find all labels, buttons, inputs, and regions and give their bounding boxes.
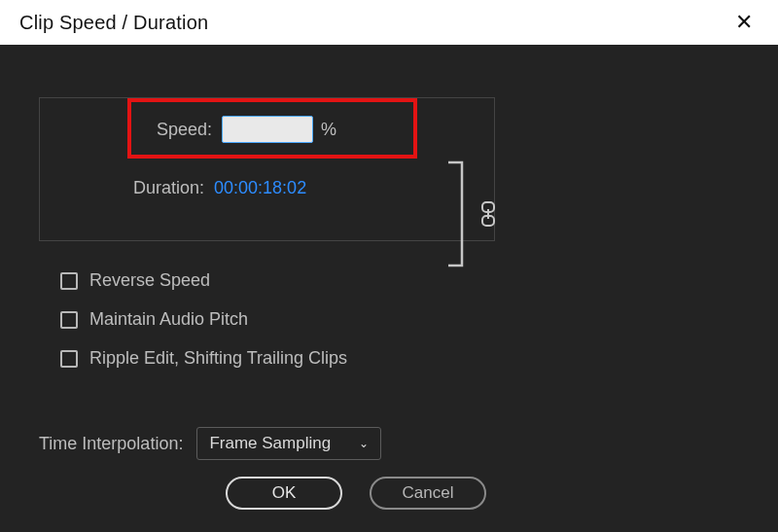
cancel-button[interactable]: Cancel bbox=[370, 477, 486, 510]
speed-row: Speed: % bbox=[157, 116, 336, 143]
close-icon[interactable]: ✕ bbox=[727, 8, 760, 37]
window-title: Clip Speed / Duration bbox=[19, 12, 208, 34]
time-interpolation-label: Time Interpolation: bbox=[39, 434, 183, 454]
duration-label: Duration: bbox=[133, 178, 204, 198]
speed-input[interactable] bbox=[222, 116, 313, 143]
reverse-speed-label: Reverse Speed bbox=[89, 270, 210, 291]
duration-row: Duration: 00:00:18:02 bbox=[133, 178, 306, 198]
ripple-edit-checkbox[interactable]: Ripple Edit, Shifting Trailing Clips bbox=[60, 348, 347, 369]
speed-unit: % bbox=[321, 120, 336, 140]
time-interpolation-select[interactable]: Frame Sampling ⌄ bbox=[196, 427, 381, 460]
duration-value[interactable]: 00:00:18:02 bbox=[214, 178, 306, 198]
reverse-speed-checkbox[interactable]: Reverse Speed bbox=[60, 270, 347, 291]
dialog-buttons: OK Cancel bbox=[226, 477, 486, 510]
link-bracket bbox=[448, 162, 472, 265]
ripple-edit-label: Ripple Edit, Shifting Trailing Clips bbox=[89, 348, 347, 369]
ok-button[interactable]: OK bbox=[226, 477, 342, 510]
speed-label: Speed: bbox=[157, 120, 212, 140]
checkbox-box bbox=[60, 272, 78, 290]
time-interpolation-row: Time Interpolation: Frame Sampling ⌄ bbox=[39, 427, 381, 460]
dialog-body: Speed: % Duration: 00:00:18:02 Reverse S… bbox=[0, 45, 778, 532]
maintain-audio-pitch-checkbox[interactable]: Maintain Audio Pitch bbox=[60, 309, 347, 330]
checkbox-box bbox=[60, 311, 78, 329]
link-icon[interactable] bbox=[481, 201, 495, 231]
options-checklist: Reverse Speed Maintain Audio Pitch Rippl… bbox=[60, 270, 347, 369]
checkbox-box bbox=[60, 350, 78, 368]
chevron-down-icon: ⌄ bbox=[359, 437, 369, 450]
time-interpolation-selected: Frame Sampling bbox=[209, 434, 331, 453]
maintain-audio-pitch-label: Maintain Audio Pitch bbox=[89, 309, 248, 330]
speed-duration-group: Speed: % Duration: 00:00:18:02 bbox=[39, 97, 495, 241]
title-bar: Clip Speed / Duration ✕ bbox=[0, 0, 778, 45]
